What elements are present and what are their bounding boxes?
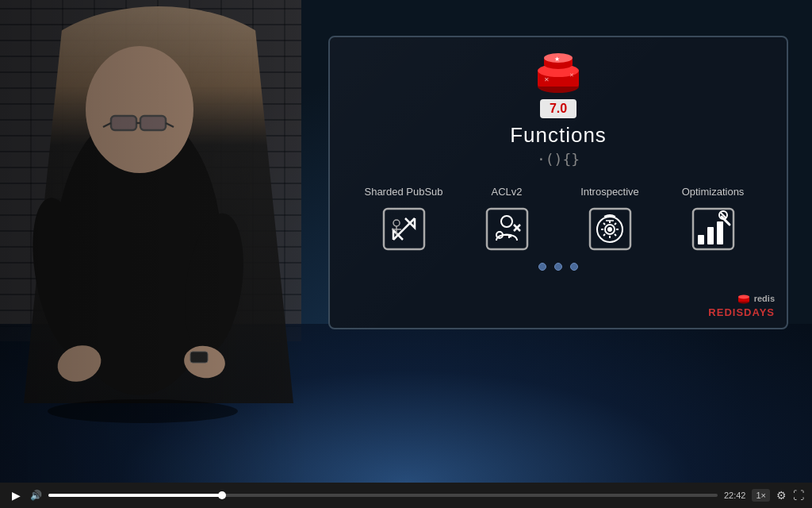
screen-content: ★ ✕ ✕ 7.0 Functions ·(){} Sharded PubSub [346,53,771,312]
svg-point-25 [393,220,400,226]
redis-brand: redis REDISDAYS [708,292,775,318]
svg-line-47 [603,234,605,236]
svg-line-44 [603,223,605,225]
main-title: Functions [510,123,607,148]
play-button[interactable]: ▶ [8,489,24,502]
redis-small-icon [737,292,750,305]
svg-point-0 [48,399,238,423]
svg-rect-28 [487,209,527,249]
volume-button[interactable]: 🔊 [30,490,42,501]
code-symbol: ·(){} [537,151,580,167]
svg-rect-5 [140,116,166,130]
svg-point-58 [738,295,749,299]
progress-handle[interactable] [218,491,226,499]
acl-icon [485,207,529,251]
pagination-dots [538,263,578,271]
fullscreen-button[interactable]: ⛶ [793,489,804,502]
redis-days-text: REDISDAYS [708,306,775,318]
expand-icon [382,207,426,251]
svg-point-29 [501,216,512,227]
dot-1[interactable] [538,263,546,271]
presentation-screen: ★ ✕ ✕ 7.0 Functions ·(){} Sharded PubSub [328,36,788,329]
presenter-figure [0,0,301,419]
sharded-pubsub-label: Sharded PubSub [364,186,442,199]
progress-bar[interactable] [48,494,718,497]
feature-introspective: Introspective [570,186,649,251]
svg-point-3 [86,46,193,173]
svg-line-45 [615,234,616,236]
svg-rect-52 [717,221,723,244]
svg-text:✕: ✕ [544,76,550,83]
redis-logo-icon: ★ ✕ ✕ [534,53,582,93]
svg-point-39 [607,227,612,232]
introspective-label: Introspective [580,186,639,199]
optimizations-label: Optimizations [682,186,745,199]
time-display: 22:42 [724,491,746,500]
brain-icon [588,207,632,251]
speed-button[interactable]: 1× [752,489,770,502]
feature-sharded-pubsub: Sharded PubSub [364,186,443,251]
svg-rect-4 [111,116,136,130]
video-player: ★ ✕ ✕ 7.0 Functions ·(){} Sharded PubSub [0,0,812,483]
svg-text:★: ★ [554,56,560,63]
feature-optimizations: Optimizations [673,186,753,251]
dot-3[interactable] [570,263,578,271]
redis-brand-logo: redis [737,292,775,305]
redis-text: redis [754,294,775,303]
svg-rect-13 [190,352,208,363]
video-controls: ▶ 🔊 22:42 1× ⚙ ⛶ [0,483,812,508]
features-row: Sharded PubSub [346,186,771,251]
svg-rect-51 [707,227,714,244]
svg-rect-50 [698,235,704,244]
chart-tool-icon [691,207,735,251]
aclv2-label: ACLv2 [491,186,522,199]
feature-aclv2: ACLv2 [467,186,546,251]
svg-line-46 [615,223,616,225]
settings-button[interactable]: ⚙ [776,489,787,502]
svg-text:✕: ✕ [569,72,574,78]
version-badge: 7.0 [540,99,576,118]
dot-2[interactable] [554,263,562,271]
progress-fill [48,494,222,497]
